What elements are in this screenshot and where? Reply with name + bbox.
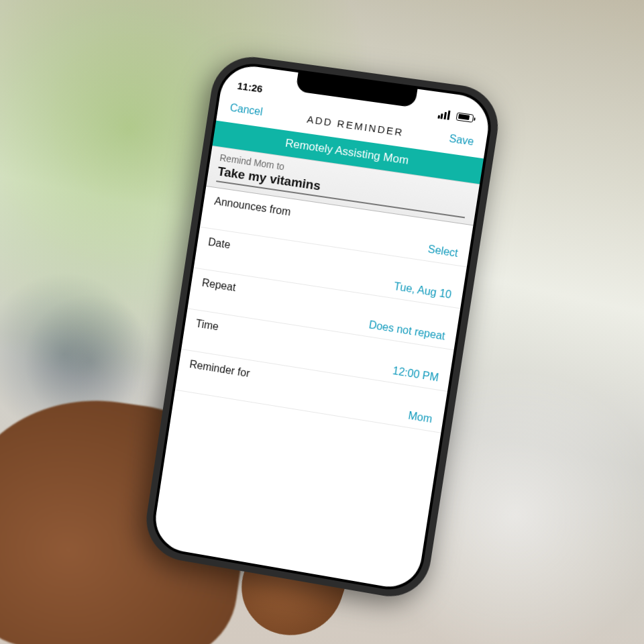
phone: 11:26 Cancel ADD REMINDE (142, 54, 502, 602)
scene-background: 11:26 Cancel ADD REMINDE (0, 0, 644, 644)
row-value-announces: Select (427, 243, 459, 259)
page-title: ADD REMINDER (307, 113, 405, 138)
cancel-button[interactable]: Cancel (229, 102, 264, 119)
row-value-time: 12:00 PM (392, 365, 439, 384)
cellular-signal-icon (437, 109, 451, 119)
wifi-icon (452, 110, 454, 121)
save-button[interactable]: Save (448, 133, 474, 148)
status-time: 11:26 (237, 80, 264, 95)
battery-icon (456, 112, 474, 123)
row-value-for: Mom (407, 410, 433, 425)
